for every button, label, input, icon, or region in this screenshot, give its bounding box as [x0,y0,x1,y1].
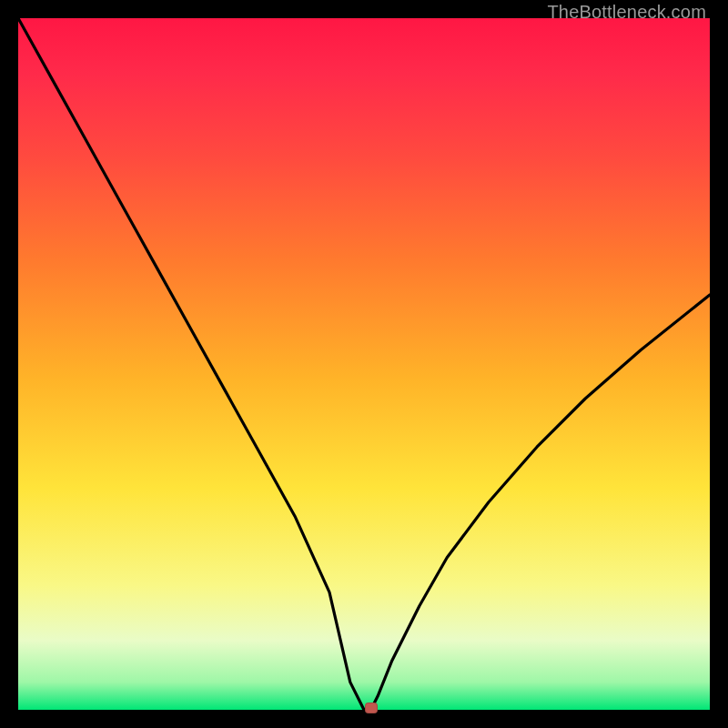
optimal-marker [365,703,378,713]
plot-area [18,18,710,710]
curve-path [18,18,710,710]
chart-frame: TheBottleneck.com [0,0,728,728]
bottleneck-curve [18,18,710,710]
